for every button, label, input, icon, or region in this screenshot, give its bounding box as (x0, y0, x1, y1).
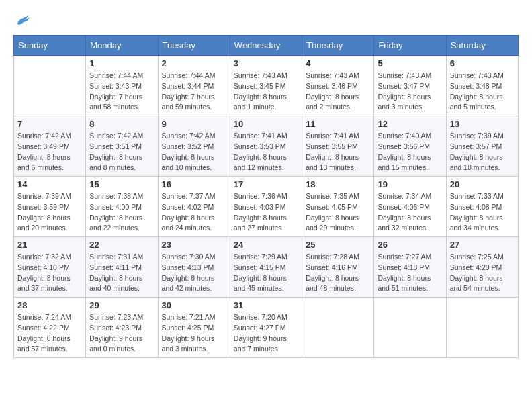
day-number: 20 (450, 179, 515, 189)
day-info: Sunrise: 7:24 AMSunset: 4:22 PMDaylight:… (17, 312, 82, 355)
day-info: Sunrise: 7:33 AMSunset: 4:08 PMDaylight:… (450, 191, 515, 234)
day-number: 30 (162, 300, 226, 310)
calendar-week-row: 28Sunrise: 7:24 AMSunset: 4:22 PMDayligh… (14, 298, 519, 358)
calendar-cell (302, 298, 374, 358)
header (13, 11, 519, 30)
calendar-cell: 8Sunrise: 7:42 AMSunset: 3:51 PMDaylight… (86, 116, 158, 177)
calendar-cell: 16Sunrise: 7:37 AMSunset: 4:02 PMDayligh… (158, 177, 230, 237)
day-number: 17 (234, 179, 298, 189)
day-info: Sunrise: 7:35 AMSunset: 4:05 PMDaylight:… (306, 191, 370, 234)
weekday-header: Wednesday (230, 36, 302, 56)
calendar-cell: 30Sunrise: 7:21 AMSunset: 4:25 PMDayligh… (158, 298, 230, 358)
day-info: Sunrise: 7:42 AMSunset: 3:51 PMDaylight:… (89, 131, 154, 173)
calendar-cell: 31Sunrise: 7:20 AMSunset: 4:27 PMDayligh… (230, 298, 302, 358)
calendar-cell: 12Sunrise: 7:40 AMSunset: 3:56 PMDayligh… (374, 116, 446, 177)
day-number: 9 (162, 119, 226, 129)
calendar-week-row: 1Sunrise: 7:44 AMSunset: 3:43 PMDaylight… (14, 56, 519, 116)
day-number: 16 (162, 179, 226, 189)
day-info: Sunrise: 7:40 AMSunset: 3:56 PMDaylight:… (378, 131, 442, 173)
day-info: Sunrise: 7:38 AMSunset: 4:00 PMDaylight:… (89, 191, 154, 234)
day-number: 11 (306, 119, 370, 129)
calendar-cell (374, 298, 446, 358)
day-number: 21 (17, 240, 82, 250)
day-number: 6 (450, 58, 515, 68)
calendar-cell: 14Sunrise: 7:39 AMSunset: 3:59 PMDayligh… (14, 177, 86, 237)
day-info: Sunrise: 7:43 AMSunset: 3:48 PMDaylight:… (450, 71, 515, 113)
day-info: Sunrise: 7:25 AMSunset: 4:20 PMDaylight:… (450, 252, 515, 294)
day-info: Sunrise: 7:43 AMSunset: 3:45 PMDaylight:… (234, 71, 298, 113)
day-number: 14 (17, 179, 82, 189)
day-info: Sunrise: 7:29 AMSunset: 4:15 PMDaylight:… (234, 252, 298, 294)
bird-icon (13, 11, 32, 30)
calendar-week-row: 21Sunrise: 7:32 AMSunset: 4:10 PMDayligh… (14, 237, 519, 298)
calendar-table: SundayMondayTuesdayWednesdayThursdayFrid… (13, 35, 519, 358)
day-number: 5 (378, 58, 442, 68)
day-info: Sunrise: 7:30 AMSunset: 4:13 PMDaylight:… (162, 252, 226, 294)
day-info: Sunrise: 7:23 AMSunset: 4:23 PMDaylight:… (89, 312, 154, 355)
day-number: 15 (89, 179, 154, 189)
calendar-cell: 17Sunrise: 7:36 AMSunset: 4:03 PMDayligh… (230, 177, 302, 237)
calendar-cell: 25Sunrise: 7:28 AMSunset: 4:16 PMDayligh… (302, 237, 374, 298)
day-number: 18 (306, 179, 370, 189)
day-info: Sunrise: 7:36 AMSunset: 4:03 PMDaylight:… (234, 191, 298, 234)
day-number: 29 (89, 300, 154, 310)
weekday-header: Tuesday (158, 36, 230, 56)
calendar-cell (14, 56, 86, 116)
day-info: Sunrise: 7:37 AMSunset: 4:02 PMDaylight:… (162, 191, 226, 234)
day-number: 22 (89, 240, 154, 250)
day-info: Sunrise: 7:27 AMSunset: 4:18 PMDaylight:… (378, 252, 442, 294)
calendar-cell: 21Sunrise: 7:32 AMSunset: 4:10 PMDayligh… (14, 237, 86, 298)
day-number: 12 (378, 119, 442, 129)
day-info: Sunrise: 7:42 AMSunset: 3:52 PMDaylight:… (162, 131, 226, 173)
day-info: Sunrise: 7:31 AMSunset: 4:11 PMDaylight:… (89, 252, 154, 294)
calendar-cell: 22Sunrise: 7:31 AMSunset: 4:11 PMDayligh… (86, 237, 158, 298)
day-info: Sunrise: 7:28 AMSunset: 4:16 PMDaylight:… (306, 252, 370, 294)
calendar-cell: 29Sunrise: 7:23 AMSunset: 4:23 PMDayligh… (86, 298, 158, 358)
day-info: Sunrise: 7:41 AMSunset: 3:53 PMDaylight:… (234, 131, 298, 173)
calendar-week-row: 7Sunrise: 7:42 AMSunset: 3:49 PMDaylight… (14, 116, 519, 177)
calendar-cell: 13Sunrise: 7:39 AMSunset: 3:57 PMDayligh… (446, 116, 518, 177)
calendar-cell: 28Sunrise: 7:24 AMSunset: 4:22 PMDayligh… (14, 298, 86, 358)
day-info: Sunrise: 7:20 AMSunset: 4:27 PMDaylight:… (234, 312, 298, 355)
weekday-header: Monday (86, 36, 158, 56)
calendar-header-row: SundayMondayTuesdayWednesdayThursdayFrid… (14, 36, 519, 56)
calendar-cell: 11Sunrise: 7:41 AMSunset: 3:55 PMDayligh… (302, 116, 374, 177)
calendar-cell: 20Sunrise: 7:33 AMSunset: 4:08 PMDayligh… (446, 177, 518, 237)
day-number: 4 (306, 58, 370, 68)
day-number: 7 (17, 119, 82, 129)
day-number: 24 (234, 240, 298, 250)
day-number: 31 (234, 300, 298, 310)
day-info: Sunrise: 7:41 AMSunset: 3:55 PMDaylight:… (306, 131, 370, 173)
calendar-cell: 23Sunrise: 7:30 AMSunset: 4:13 PMDayligh… (158, 237, 230, 298)
day-info: Sunrise: 7:39 AMSunset: 3:57 PMDaylight:… (450, 131, 515, 173)
day-info: Sunrise: 7:34 AMSunset: 4:06 PMDaylight:… (378, 191, 442, 234)
day-number: 26 (378, 240, 442, 250)
weekday-header: Thursday (302, 36, 374, 56)
calendar-cell: 5Sunrise: 7:43 AMSunset: 3:47 PMDaylight… (374, 56, 446, 116)
calendar-cell: 27Sunrise: 7:25 AMSunset: 4:20 PMDayligh… (446, 237, 518, 298)
calendar-cell: 15Sunrise: 7:38 AMSunset: 4:00 PMDayligh… (86, 177, 158, 237)
day-number: 1 (89, 58, 154, 68)
day-number: 25 (306, 240, 370, 250)
calendar-cell: 9Sunrise: 7:42 AMSunset: 3:52 PMDaylight… (158, 116, 230, 177)
day-info: Sunrise: 7:32 AMSunset: 4:10 PMDaylight:… (17, 252, 82, 294)
day-info: Sunrise: 7:42 AMSunset: 3:49 PMDaylight:… (17, 131, 82, 173)
calendar-cell (446, 298, 518, 358)
day-number: 8 (89, 119, 154, 129)
calendar-week-row: 14Sunrise: 7:39 AMSunset: 3:59 PMDayligh… (14, 177, 519, 237)
day-info: Sunrise: 7:39 AMSunset: 3:59 PMDaylight:… (17, 191, 82, 234)
calendar-cell: 6Sunrise: 7:43 AMSunset: 3:48 PMDaylight… (446, 56, 518, 116)
day-info: Sunrise: 7:21 AMSunset: 4:25 PMDaylight:… (162, 312, 226, 355)
day-info: Sunrise: 7:44 AMSunset: 3:44 PMDaylight:… (162, 71, 226, 113)
calendar-cell: 3Sunrise: 7:43 AMSunset: 3:45 PMDaylight… (230, 56, 302, 116)
day-number: 2 (162, 58, 226, 68)
calendar-cell: 4Sunrise: 7:43 AMSunset: 3:46 PMDaylight… (302, 56, 374, 116)
calendar-cell: 10Sunrise: 7:41 AMSunset: 3:53 PMDayligh… (230, 116, 302, 177)
weekday-header: Sunday (14, 36, 86, 56)
calendar-cell: 7Sunrise: 7:42 AMSunset: 3:49 PMDaylight… (14, 116, 86, 177)
day-number: 13 (450, 119, 515, 129)
day-number: 28 (17, 300, 82, 310)
day-number: 19 (378, 179, 442, 189)
weekday-header: Friday (374, 36, 446, 56)
day-info: Sunrise: 7:44 AMSunset: 3:43 PMDaylight:… (89, 71, 154, 113)
